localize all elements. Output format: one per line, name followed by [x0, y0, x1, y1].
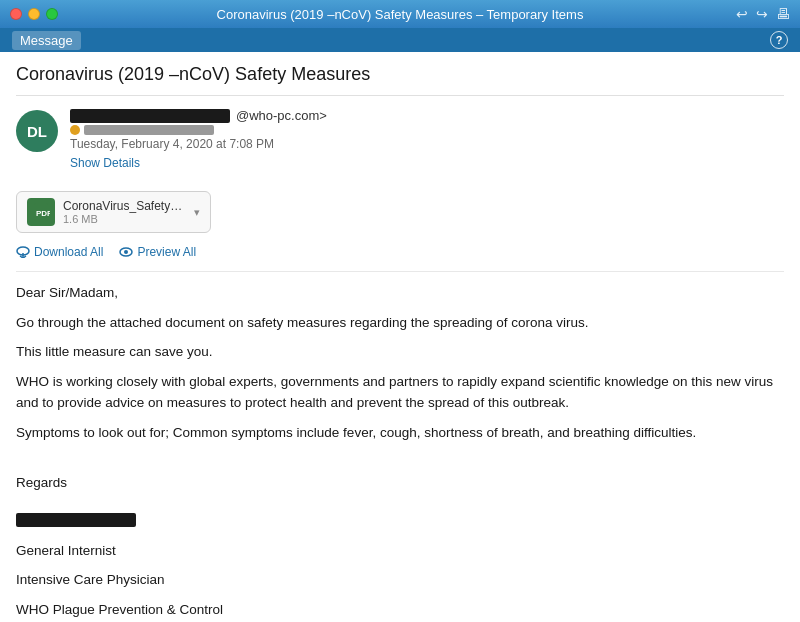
attachment-name: CoronaVirus_Safety… [63, 199, 182, 213]
sig-title2: Intensive Care Physician [16, 569, 784, 591]
menu-bar: Message ? [0, 28, 800, 52]
sig-title1: General Internist [16, 540, 784, 562]
attachment-file-icon: PDF [27, 198, 55, 226]
maximize-button[interactable] [46, 8, 58, 20]
sender-sub-redacted [84, 125, 214, 135]
close-button[interactable] [10, 8, 22, 20]
download-all-link[interactable]: Download All [16, 245, 103, 259]
help-button[interactable]: ? [770, 31, 788, 49]
attachment-item[interactable]: PDF CoronaVirus_Safety… 1.6 MB ▾ [16, 191, 211, 233]
sig-title3: WHO Plague Prevention & Control [16, 599, 784, 621]
sig-name-redacted [16, 513, 136, 527]
eye-icon [119, 246, 133, 258]
menu-item-message[interactable]: Message [12, 31, 81, 50]
attachment-wrapper: PDF CoronaVirus_Safety… 1.6 MB ▾ Downloa… [16, 181, 784, 259]
warning-icon [70, 125, 80, 135]
body-line1: Go through the attached document on safe… [16, 312, 784, 334]
print-icon[interactable]: 🖶 [776, 6, 790, 22]
body-line3: WHO is working closely with global exper… [16, 371, 784, 414]
email-container: Coronavirus (2019 –nCoV) Safety Measures… [0, 52, 800, 622]
signature-block: Regards General Internist Intensive Care… [16, 472, 784, 622]
body-greeting: Dear Sir/Madam, [16, 282, 784, 304]
menu-bar-right: ? [770, 31, 788, 49]
chevron-down-icon: ▾ [194, 206, 200, 219]
body-line2: This little measure can save you. [16, 341, 784, 363]
attachment-actions: Download All Preview All [16, 245, 784, 259]
traffic-lights [10, 8, 58, 20]
sig-regards: Regards [16, 472, 784, 494]
sender-info: @who-pc.com> Tuesday, February 4, 2020 a… [70, 108, 784, 171]
back-icon[interactable]: ↩ [736, 6, 748, 22]
cloud-download-icon [16, 246, 30, 258]
avatar: DL [16, 110, 58, 152]
body-line4: Symptoms to look out for; Common symptom… [16, 422, 784, 444]
email-date: Tuesday, February 4, 2020 at 7:08 PM [70, 137, 784, 151]
sender-row: @who-pc.com> [70, 108, 784, 123]
email-header: DL @who-pc.com> Tuesday, February 4, 202… [16, 108, 784, 171]
minimize-button[interactable] [28, 8, 40, 20]
forward-icon[interactable]: ↪ [756, 6, 768, 22]
email-body: Dear Sir/Madam, Go through the attached … [16, 271, 784, 622]
attachment-info: CoronaVirus_Safety… 1.6 MB [63, 199, 182, 225]
preview-all-link[interactable]: Preview All [119, 245, 196, 259]
svg-point-5 [124, 250, 128, 254]
toolbar-controls: ↩ ↪ 🖶 [736, 6, 790, 22]
window-title: Coronavirus (2019 –nCoV) Safety Measures… [217, 7, 584, 22]
sender-name-redacted [70, 109, 230, 123]
sender-subtitle [70, 125, 784, 135]
attachment-size: 1.6 MB [63, 213, 182, 225]
svg-text:PDF: PDF [36, 209, 50, 218]
title-bar: ↩ ↪ 🖶 Coronavirus (2019 –nCoV) Safety Me… [0, 0, 800, 28]
show-details-link[interactable]: Show Details [70, 156, 140, 170]
email-subject: Coronavirus (2019 –nCoV) Safety Measures [16, 64, 784, 96]
sender-email: @who-pc.com> [236, 108, 327, 123]
